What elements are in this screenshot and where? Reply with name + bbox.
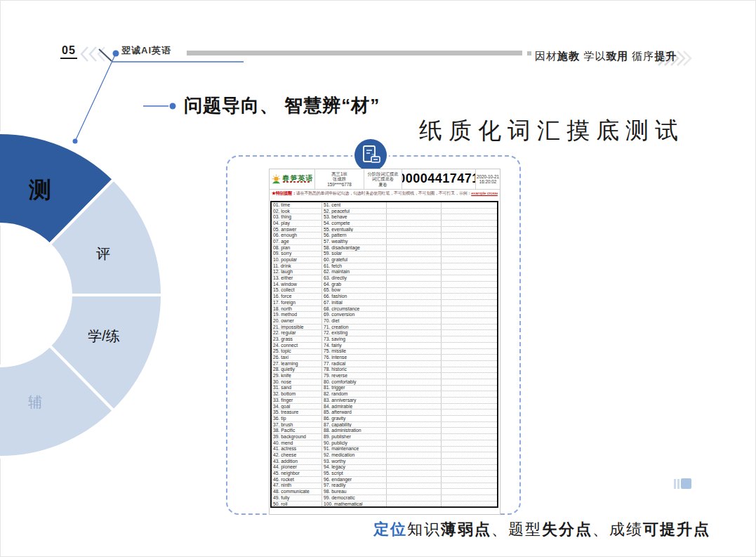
table-row: 33. finger83. anniversary (272, 398, 497, 404)
ring-segment (50, 295, 162, 411)
table-row: 36. tip86. gravity (272, 416, 497, 422)
empty-cell (387, 386, 442, 391)
table-row: 19. method69. conversion (272, 312, 497, 318)
table-row: 26. taxi76. intense (272, 355, 497, 361)
empty-cell (387, 288, 442, 294)
word-cell: 11. drink (272, 263, 322, 269)
text-segment: 成绩 (609, 520, 643, 538)
empty-cell (387, 239, 442, 244)
table-row: 38. Pacific88. administration (272, 428, 497, 434)
table-row: 04. play54. compete (272, 221, 497, 227)
empty-cell (442, 495, 497, 501)
empty-cell (442, 489, 497, 494)
word-cell: 40. mend (272, 440, 322, 446)
empty-cell (387, 361, 442, 367)
empty-cell (442, 440, 497, 446)
empty-cell (442, 477, 497, 483)
empty-cell (442, 288, 497, 294)
table-row: 39. background89. publisher (272, 434, 497, 440)
notice-example: example crossed (471, 191, 498, 195)
empty-cell (442, 202, 497, 208)
text-segment: 知识 (407, 520, 441, 538)
student-name: 张成胜 (333, 176, 346, 181)
word-cell: 18. north (272, 306, 322, 312)
word-cell: 100. mathematical (322, 502, 387, 507)
word-cell: 29. knife (272, 373, 322, 379)
text-segment: 失分点 (542, 520, 592, 538)
word-cell: 03. thing (272, 214, 322, 220)
word-cell: 70. diet (322, 318, 387, 324)
empty-cell (387, 367, 442, 373)
empty-cell (442, 209, 497, 214)
word-cell: 26. taxi (272, 355, 322, 360)
table-row: 15. collect65. bow (272, 288, 497, 294)
table-row: 12. laugh62. maintain (272, 270, 497, 276)
header-motto: 因材施教 学以致用 循序提升 (535, 50, 677, 63)
word-cell: 24. connect (272, 343, 322, 348)
ring-label-ping: 评 (75, 244, 131, 263)
sheet-logo: 春笋英语 (270, 169, 315, 189)
word-cell: 81. trigger (322, 386, 387, 391)
word-cell: 52. peaceful (322, 209, 387, 214)
empty-cell (442, 214, 497, 220)
empty-cell (387, 251, 442, 257)
test-time: 16:20:02 (479, 179, 497, 184)
table-row: 31. sand81. trigger (272, 386, 497, 392)
empty-cell (387, 391, 442, 397)
word-cell: 17. foreign (272, 300, 322, 306)
word-cell: 37. brush (272, 422, 322, 428)
text-segment: 定位 (373, 520, 407, 538)
footer-text: 定位知识薄弱点、题型失分点、成绩可提升点 (373, 519, 710, 540)
table-row: 16. force66. fashion (272, 294, 497, 300)
word-cell: 62. maintain (322, 270, 387, 275)
test-sheet: 春笋英语 高三1班 张成胜 159****6778 分阶段词汇摸底 词汇摸底卷 … (269, 169, 500, 515)
empty-cell (442, 391, 497, 397)
empty-cell (387, 428, 442, 433)
empty-cell (442, 483, 497, 489)
student-info: 高三1班 张成胜 159****6778 (315, 169, 364, 189)
empty-cell (387, 471, 442, 476)
sheet-logo-text: 春笋英语 (283, 176, 314, 181)
text-segment: 提升 (654, 50, 677, 62)
section-title: 问题导向、 智慧辨“材” (184, 93, 380, 118)
text-segment: 因材 (535, 50, 557, 62)
table-row: 25. topic75. missile (272, 349, 497, 355)
empty-cell (442, 398, 497, 403)
student-class: 高三1班 (331, 171, 347, 176)
table-row: 08. plan58. disadvantage (272, 245, 497, 251)
paper-info: 分阶段词汇摸底 词汇摸底卷 夏卷 (364, 169, 402, 189)
empty-cell (387, 379, 442, 385)
paper-name: 词汇摸底卷 (372, 176, 394, 181)
word-cell: 82. random (322, 391, 387, 397)
ring-label-fu: 辅 (7, 393, 63, 412)
empty-cell (387, 502, 442, 507)
text-segment: 、 (592, 520, 609, 538)
empty-cell (387, 221, 442, 226)
word-cell: 05. answer (272, 227, 322, 232)
word-cell: 09. sorry (272, 251, 322, 257)
table-row: 35. treasure85. afterward (272, 409, 497, 416)
word-cell: 10. popular (272, 257, 322, 263)
word-cell: 14. window (272, 282, 322, 287)
header-divider-bar (187, 51, 522, 55)
word-cell: 69. conversion (322, 312, 387, 317)
empty-cell (387, 214, 442, 220)
empty-cell (442, 300, 497, 306)
table-row: 34. goal84. admirable (272, 404, 497, 410)
table-row: 17. foreign67. initial (272, 300, 497, 306)
word-cell: 71. creation (322, 325, 387, 330)
empty-cell (387, 245, 442, 251)
word-cell: 45. neighbor (272, 471, 322, 476)
empty-cell (442, 452, 497, 458)
word-cell: 53. behave (322, 214, 387, 220)
empty-cell (387, 404, 442, 409)
empty-cell (387, 270, 442, 275)
empty-cell (442, 275, 497, 281)
empty-cell (387, 227, 442, 232)
word-cell: 23. grass (272, 336, 322, 342)
notice-body: 请在不熟悉的单词中标记勾选，勾选时务必使用红笔，不可划横线，不可划圈，不可打叉，… (296, 191, 471, 195)
word-cell: 90. publicly (322, 440, 387, 446)
empty-cell (442, 355, 497, 360)
sheet-header: 春笋英语 高三1班 张成胜 159****6778 分阶段词汇摸底 词汇摸底卷 … (270, 169, 500, 190)
word-cell: 61. fetch (322, 263, 387, 269)
